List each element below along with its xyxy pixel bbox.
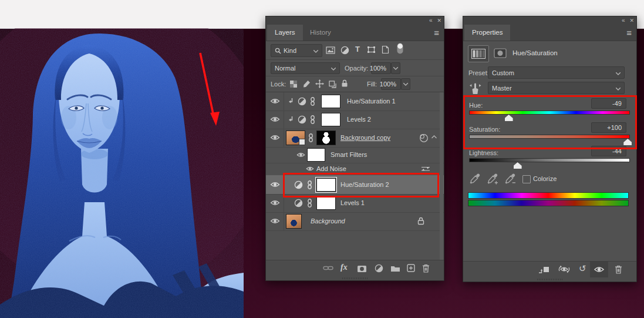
tab-history[interactable]: History (302, 25, 339, 41)
properties-panel-resize-grip[interactable] (463, 277, 636, 282)
opacity-dropdown-icon[interactable] (391, 62, 400, 74)
close-panel-icon[interactable]: ✕ (437, 16, 441, 25)
lock-pixels-brush-icon[interactable] (302, 80, 311, 88)
clipping-mask-arrow-icon (287, 98, 294, 105)
targeted-adjustment-hand-icon[interactable] (468, 82, 483, 95)
lightness-slider-thumb[interactable] (514, 162, 522, 169)
layers-panel-resize-grip[interactable] (266, 276, 444, 280)
layer-row-background-copy[interactable]: Background copy (266, 129, 444, 148)
new-adjustment-layer-icon[interactable] (375, 264, 383, 273)
adjustment-layer-icon (294, 199, 303, 207)
lock-position-move-icon[interactable] (315, 79, 324, 88)
layer-mask-thumbnail[interactable] (316, 196, 336, 210)
preset-select[interactable]: Custom (488, 66, 625, 79)
visibility-eye-icon[interactable] (306, 166, 314, 172)
visibility-eye-icon[interactable] (270, 217, 280, 225)
layer-name[interactable]: Background copy (340, 134, 390, 141)
fill-label: Fill: (367, 81, 377, 88)
layer-name[interactable]: Levels 2 (347, 116, 371, 123)
layer-name[interactable]: Levels 1 (340, 199, 365, 206)
blend-mode-select[interactable]: Normal (271, 62, 340, 74)
channel-select-master[interactable]: Master (488, 82, 625, 94)
filter-shape-layers-icon[interactable] (367, 46, 376, 53)
layer-name[interactable]: Smart Filters (331, 151, 367, 158)
panel-menu-icon[interactable]: ≡ (434, 27, 439, 39)
layers-footer-toolbar: fx (266, 260, 444, 276)
filter-adjustment-layers-icon[interactable] (340, 46, 349, 55)
panel-menu-icon[interactable]: ≡ (626, 27, 632, 39)
opacity-value[interactable]: 100% (371, 62, 391, 74)
link-layers-icon[interactable] (323, 265, 333, 271)
collapse-panel-icon[interactable]: « (622, 16, 625, 25)
delete-adjustment-trash-icon[interactable] (615, 265, 622, 274)
toggle-visibility-eye-button[interactable] (590, 262, 608, 277)
mask-properties-icon[interactable] (493, 47, 507, 59)
visibility-eye-icon[interactable] (270, 199, 280, 206)
layer-row-hue-saturation-1[interactable]: Hue/Saturation 1 (266, 92, 444, 111)
view-previous-state-icon[interactable] (557, 265, 571, 274)
layer-row-levels-2[interactable]: Levels 2 (266, 111, 444, 129)
smart-filter-name[interactable]: Add Noise (316, 165, 346, 172)
layer-mask-thumbnail[interactable] (316, 130, 336, 145)
tab-layers[interactable]: Layers (267, 25, 303, 41)
eyedropper-icon[interactable] (469, 173, 481, 185)
layers-filter-row: Kind T (266, 41, 444, 60)
layer-name[interactable]: Hue/Saturation 1 (347, 98, 396, 105)
smart-filters-badge-icon (419, 133, 429, 143)
layer-name[interactable]: Background (311, 217, 345, 225)
layer-mask-thumbnail[interactable] (321, 113, 340, 126)
layer-row-background[interactable]: Background (266, 212, 444, 231)
properties-footer-toolbar: ↺ (463, 261, 636, 277)
lock-transparency-icon[interactable] (289, 80, 298, 88)
filter-blending-options-icon[interactable] (421, 165, 430, 172)
chevron-down-icon (616, 85, 621, 92)
hue-ramp-after (468, 200, 629, 206)
layer-row-smart-filters[interactable]: Smart Filters (266, 147, 444, 163)
lock-all-icon[interactable] (341, 79, 348, 88)
smart-filters-mask-thumbnail[interactable] (307, 148, 325, 162)
new-layer-icon[interactable] (407, 264, 415, 272)
smart-object-badge-icon (299, 139, 305, 145)
preset-label: Preset: (468, 69, 489, 76)
colorize-label: Colorize (533, 175, 557, 182)
eyedropper-subtract-icon[interactable] (504, 173, 517, 185)
search-icon (275, 48, 281, 54)
reset-adjustment-icon[interactable]: ↺ (579, 263, 586, 274)
layers-blend-row: Normal Opacity: 100% (266, 60, 444, 76)
add-mask-icon[interactable] (357, 265, 367, 273)
lightness-slider-track[interactable] (469, 158, 630, 162)
annotation-box-hue-saturation-sliders (463, 95, 637, 149)
smart-object-thumbnail[interactable] (286, 130, 305, 145)
background-layer-thumbnail[interactable] (286, 214, 302, 229)
new-group-folder-icon[interactable] (390, 265, 400, 272)
layers-scrollbar[interactable] (440, 92, 443, 260)
eyedropper-add-icon[interactable] (487, 173, 499, 185)
visibility-eye-icon[interactable] (270, 98, 280, 105)
fill-value[interactable]: 100% (381, 78, 401, 90)
layer-styles-fx-icon[interactable]: fx (340, 263, 348, 272)
lightness-label: Lightness: (469, 149, 498, 156)
mask-link-icon (308, 133, 313, 142)
visibility-eye-icon[interactable] (270, 134, 280, 141)
delete-layer-trash-icon[interactable] (422, 264, 430, 273)
adjustment-layer-icon (298, 97, 306, 106)
filter-kind-select[interactable]: Kind (271, 44, 322, 57)
lock-artboard-icon[interactable] (328, 80, 337, 88)
layer-mask-thumbnail[interactable] (321, 95, 340, 108)
visibility-eye-icon[interactable] (270, 116, 280, 123)
collapse-effects-chevron-icon[interactable] (431, 135, 437, 139)
close-panel-icon[interactable]: ✕ (629, 16, 634, 25)
visibility-eye-icon[interactable] (270, 181, 280, 188)
layers-panel: « ✕ Layers History ≡ Kind T Normal Opaci… (265, 16, 444, 281)
colorize-checkbox[interactable] (522, 175, 531, 183)
visibility-eye-icon[interactable] (296, 152, 305, 158)
tab-properties[interactable]: Properties (464, 25, 510, 41)
fill-dropdown-icon[interactable] (401, 78, 410, 90)
filter-type-layers-icon[interactable]: T (355, 45, 360, 53)
filter-smart-objects-icon[interactable] (382, 45, 389, 54)
filter-pixel-layers-icon[interactable] (326, 46, 335, 54)
filter-toggle-icon[interactable] (396, 42, 404, 55)
clip-to-layer-icon[interactable] (538, 266, 549, 274)
collapse-panel-icon[interactable]: « (429, 16, 433, 25)
hue-saturation-adjustment-icon[interactable] (468, 45, 489, 62)
